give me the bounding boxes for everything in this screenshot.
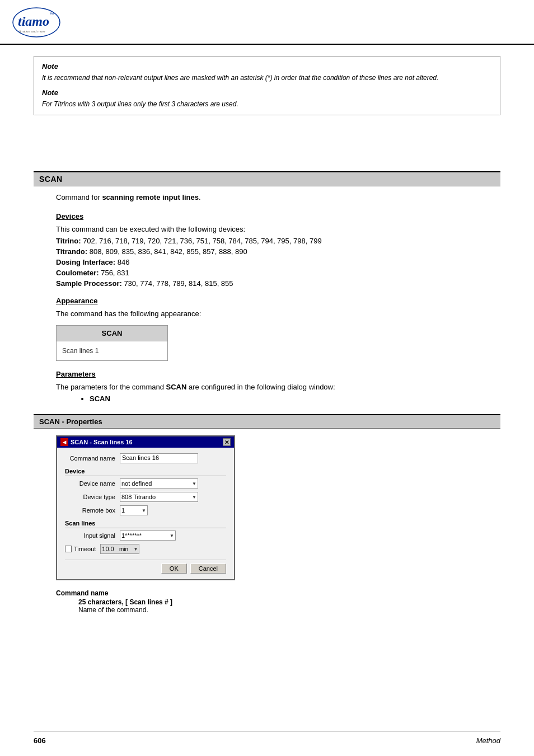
input-signal-row: Input signal 1******* ▼ bbox=[65, 530, 226, 541]
remote-box-row: Remote box 1 ▼ bbox=[65, 505, 226, 515]
cmd-name-desc: Name of the command. bbox=[78, 606, 500, 614]
svg-text:™: ™ bbox=[49, 12, 54, 17]
scan-dialog-window: ◀ SCAN - Scan lines 16 ✕ Command name Sc… bbox=[56, 435, 235, 580]
command-name-input[interactable]: Scan lines 16 bbox=[120, 453, 198, 463]
note-box-1: Note It is recommend that non-relevant o… bbox=[34, 56, 500, 115]
scan-desc-bold: scanning remote input lines bbox=[102, 193, 199, 201]
footer-page-number: 606 bbox=[34, 736, 46, 745]
parameters-intro: The parameters for the command SCAN are … bbox=[56, 382, 500, 393]
page-header: tiamo ™ titration and more bbox=[0, 0, 534, 45]
appearance-box: SCAN Scan lines 1 bbox=[56, 325, 168, 361]
parameters-bold: SCAN bbox=[166, 383, 187, 391]
note-1-title: Note bbox=[42, 62, 492, 71]
input-signal-select[interactable]: 1******* ▼ bbox=[120, 530, 176, 541]
timeout-checkbox[interactable] bbox=[65, 546, 72, 552]
remote-box-select[interactable]: 1 ▼ bbox=[120, 505, 148, 515]
device-titrando: Titrando: 808, 809, 835, 836, 841, 842, … bbox=[56, 247, 500, 256]
dialog-container: ◀ SCAN - Scan lines 16 ✕ Command name Sc… bbox=[56, 435, 500, 580]
input-signal-label: Input signal bbox=[65, 532, 115, 539]
input-signal-arrow: ▼ bbox=[170, 533, 174, 538]
note-2-text: For Titrinos with 3 output lines only th… bbox=[42, 99, 492, 109]
cmd-name-chars: 25 characters, [ Scan lines # ] bbox=[78, 598, 500, 606]
device-type-arrow: ▼ bbox=[192, 495, 196, 500]
timeout-label: Timeout bbox=[74, 546, 96, 552]
timeout-unit: min bbox=[119, 546, 128, 552]
appearance-box-title: SCAN bbox=[57, 326, 167, 341]
cmd-name-section: Command name 25 characters, [ Scan lines… bbox=[56, 589, 500, 614]
device-group-label: Device bbox=[65, 468, 226, 476]
remote-box-label: Remote box bbox=[65, 507, 115, 514]
device-name-arrow: ▼ bbox=[192, 481, 196, 486]
device-name-row: Device name not defined ▼ bbox=[65, 478, 226, 489]
timeout-row: Timeout 10.0 min ▼ bbox=[65, 544, 226, 554]
appearance-header: Appearance bbox=[56, 297, 500, 305]
device-sample-processor: Sample Processor: 730, 774, 778, 789, 81… bbox=[56, 279, 500, 288]
command-name-row: Command name Scan lines 16 bbox=[65, 453, 226, 463]
scan-command-desc: Command for scanning remote input lines. bbox=[56, 192, 500, 203]
svg-text:titration and more: titration and more bbox=[19, 30, 45, 33]
scan-lines-group-label: Scan lines bbox=[65, 520, 226, 528]
scan-section-header: SCAN bbox=[34, 171, 500, 186]
ok-button[interactable]: OK bbox=[161, 564, 187, 574]
device-name-select[interactable]: not defined ▼ bbox=[120, 478, 198, 489]
main-content: Note It is recommend that non-relevant o… bbox=[0, 56, 534, 636]
dialog-titlebar: ◀ SCAN - Scan lines 16 ✕ bbox=[57, 436, 234, 448]
logo: tiamo ™ titration and more bbox=[11, 6, 62, 39]
device-name-label: Device name bbox=[65, 480, 115, 487]
device-type-label: Device type bbox=[65, 494, 115, 500]
dialog-body: Command name Scan lines 16 Device Device… bbox=[57, 448, 234, 579]
svg-text:tiamo: tiamo bbox=[18, 14, 49, 29]
params-list: SCAN bbox=[78, 395, 500, 403]
device-dosing: Dosing Interface: 846 bbox=[56, 258, 500, 266]
logo-icon: tiamo ™ titration and more bbox=[11, 6, 62, 39]
param-scan: SCAN bbox=[90, 395, 500, 403]
cmd-name-main-label: Command name bbox=[56, 589, 500, 597]
appearance-box-body: Scan lines 1 bbox=[57, 341, 167, 360]
footer-section-label: Method bbox=[476, 736, 500, 745]
cmd-name-chars-bold: 25 characters, [ Scan lines # ] bbox=[78, 598, 172, 606]
dialog-buttons: OK Cancel bbox=[65, 560, 226, 574]
command-name-label: Command name bbox=[65, 455, 115, 462]
properties-section-header: SCAN - Properties bbox=[34, 414, 500, 429]
devices-header: Devices bbox=[56, 212, 500, 220]
dialog-title-text: SCAN - Scan lines 16 bbox=[71, 439, 133, 445]
page-footer: 606 Method bbox=[34, 731, 500, 745]
note-1-text: It is recommend that non-relevant output… bbox=[42, 73, 492, 83]
remote-box-arrow: ▼ bbox=[142, 508, 146, 513]
devices-intro: This command can be executed with the fo… bbox=[56, 224, 500, 235]
dialog-title-left: ◀ SCAN - Scan lines 16 bbox=[60, 438, 133, 446]
parameters-header: Parameters bbox=[56, 370, 500, 378]
timeout-value-select: 10.0 min ▼ bbox=[100, 544, 139, 554]
dialog-close-button[interactable]: ✕ bbox=[223, 438, 231, 446]
timeout-arrow: ▼ bbox=[133, 547, 138, 552]
device-type-select[interactable]: 808 Titrando ▼ bbox=[120, 492, 198, 502]
appearance-intro: The command has the following appearance… bbox=[56, 308, 500, 320]
dialog-app-icon: ◀ bbox=[60, 438, 68, 446]
device-coulometer: Coulometer: 756, 831 bbox=[56, 269, 500, 277]
cancel-button[interactable]: Cancel bbox=[190, 564, 226, 574]
note-2-title: Note bbox=[42, 88, 492, 97]
device-titrino: Titrino: 702, 716, 718, 719, 720, 721, 7… bbox=[56, 237, 500, 245]
device-type-row: Device type 808 Titrando ▼ bbox=[65, 492, 226, 502]
